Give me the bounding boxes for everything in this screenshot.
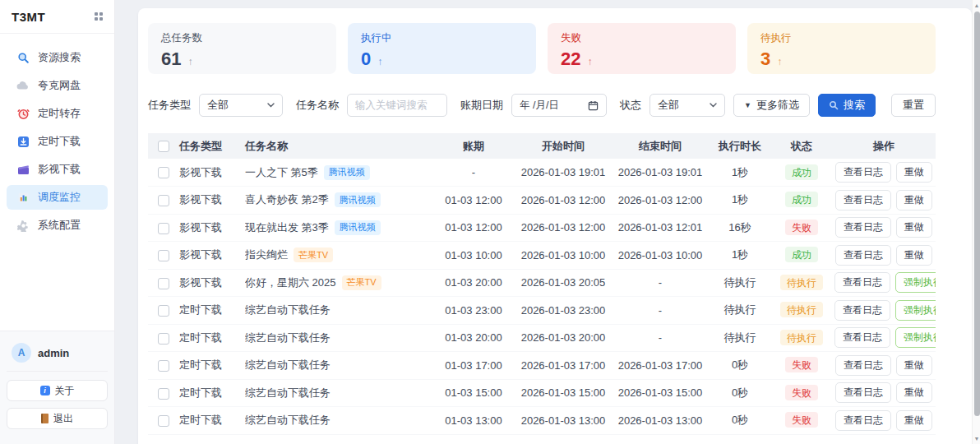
task-name-cell: 你好，星期六 2025芒果TV (245, 269, 432, 297)
reset-label: 重置 (903, 98, 924, 113)
search-button[interactable]: 搜索 (818, 94, 876, 117)
table-row: 定时下载综艺自动下载任务01-03 20:002026-01-03 20:00-… (148, 324, 936, 352)
table-row: 定时下载综艺自动下载任务01-03 17:002026-01-03 17:002… (148, 352, 936, 380)
view-log-button[interactable]: 查看日志 (834, 327, 890, 348)
task-name-input[interactable] (355, 99, 439, 111)
task-type-select[interactable]: 全部 (199, 94, 283, 117)
force-execute-button[interactable]: 强制执行 (895, 272, 936, 293)
scroll-up-icon[interactable]: ▲ (973, 2, 980, 8)
logout-button[interactable]: 退出 (7, 408, 108, 429)
row-checkbox[interactable] (158, 360, 169, 372)
redo-button[interactable]: 重做 (896, 382, 932, 403)
duration-cell: 16秒 (709, 214, 771, 242)
sidebar-item-4[interactable]: 影视下载 (7, 157, 108, 182)
sidebar-item-0[interactable]: 资源搜索 (7, 45, 108, 70)
stat-card-1: 执行中0↑ (348, 23, 536, 74)
sidebar-item-3[interactable]: 定时下载 (7, 129, 108, 154)
end-time-cell: 2026-01-03 15:00 (612, 379, 709, 407)
table-row: 定时下载综艺自动下载任务01-03 13:002026-01-03 13:002… (148, 407, 936, 435)
user-name: admin (38, 347, 69, 359)
view-log-button[interactable]: 查看日志 (835, 245, 891, 266)
force-execute-button[interactable]: 强制执行 (895, 327, 936, 348)
view-log-button[interactable]: 查看日志 (835, 355, 891, 376)
gear-icon (16, 219, 30, 232)
vertical-scrollbar[interactable]: ▲ ▼ (972, 0, 980, 444)
sidebar-item-label: 定时下载 (38, 134, 81, 149)
view-log-button[interactable]: 查看日志 (834, 300, 890, 321)
sidebar-item-2[interactable]: 定时转存 (7, 101, 108, 126)
start-time-cell: 2026-01-03 10:00 (515, 242, 612, 270)
force-execute-button[interactable]: 强制执行 (895, 300, 936, 321)
reset-button[interactable]: 重置 (891, 94, 936, 117)
source-tag: 腾讯视频 (335, 192, 381, 207)
collapse-menu-icon[interactable] (95, 12, 103, 21)
start-time-cell: 2026-01-03 17:00 (515, 352, 612, 380)
row-checkbox[interactable] (158, 415, 169, 427)
duration-cell: 1秒 (709, 242, 771, 270)
more-filters-button[interactable]: ▼ 更多筛选 (733, 94, 810, 117)
sidebar-item-5[interactable]: 调度监控 (7, 185, 108, 210)
column-header: 执行时长 (709, 133, 771, 159)
status-select[interactable]: 全部 (649, 94, 725, 117)
duration-cell: 0秒 (709, 352, 771, 380)
view-log-button[interactable]: 查看日志 (835, 162, 891, 183)
status-badge: 成功 (785, 247, 818, 262)
duration-cell: 0秒 (709, 379, 771, 407)
period-cell: - (432, 159, 515, 187)
redo-button[interactable]: 重做 (896, 355, 932, 376)
view-log-button[interactable]: 查看日志 (835, 217, 891, 238)
redo-button[interactable]: 重做 (896, 245, 932, 266)
view-log-button[interactable]: 查看日志 (834, 272, 890, 293)
row-checkbox[interactable] (158, 167, 169, 178)
actions-cell: 查看日志重做 (832, 352, 936, 380)
redo-button[interactable]: 重做 (896, 217, 932, 238)
start-time-cell: 2026-01-03 13:00 (515, 407, 612, 435)
chevron-down-icon (710, 103, 717, 108)
stat-label: 总任务数 (161, 31, 323, 45)
sidebar-bottom: A admin i 关于 退出 (0, 331, 114, 444)
actions-cell: 查看日志重做 (832, 242, 936, 270)
period-cell: 01-03 20:00 (432, 269, 515, 297)
actions-cell: 查看日志重做 (832, 159, 936, 187)
row-checkbox[interactable] (158, 388, 169, 400)
user-row: A admin (7, 340, 108, 372)
scrollbar-thumb[interactable] (974, 12, 980, 416)
source-tag: 芒果TV (294, 247, 333, 262)
row-checkbox[interactable] (158, 278, 169, 289)
task-name-text: 综艺自动下载任务 (245, 413, 331, 428)
task-table: 任务类型任务名称账期开始时间结束时间执行时长状态操作 影视下载一人之下 第5季腾… (148, 133, 936, 435)
select-all-checkbox[interactable] (158, 141, 169, 152)
redo-button[interactable]: 重做 (896, 190, 932, 210)
duration-cell: 1秒 (709, 159, 771, 187)
actions-cell: 查看日志重做 (832, 407, 936, 435)
task-name-cell: 一人之下 第5季腾讯视频 (245, 159, 432, 187)
stat-label: 执行中 (361, 31, 523, 45)
task-name-text: 喜人奇妙夜 第2季 (245, 192, 329, 207)
task-name-cell: 综艺自动下载任务 (245, 324, 432, 352)
scroll-down-icon[interactable]: ▼ (973, 436, 980, 442)
row-checkbox[interactable] (158, 333, 169, 345)
period-cell: 01-03 13:00 (432, 407, 515, 435)
about-button[interactable]: i 关于 (7, 380, 108, 401)
status-badge: 失败 (785, 412, 818, 428)
sidebar-item-1[interactable]: 夸克网盘 (7, 73, 108, 98)
end-time-cell: 2026-01-03 12:01 (612, 214, 709, 242)
redo-button[interactable]: 重做 (896, 410, 932, 431)
actions-cell: 查看日志强制执行 (832, 269, 936, 297)
row-checkbox[interactable] (158, 223, 169, 234)
table-row: 定时下载综艺自动下载任务01-03 15:002026-01-03 15:002… (148, 379, 936, 407)
row-checkbox[interactable] (158, 195, 169, 206)
view-log-button[interactable]: 查看日志 (835, 410, 891, 431)
view-log-button[interactable]: 查看日志 (835, 382, 891, 403)
status-badge: 待执行 (780, 330, 823, 345)
end-time-cell: 2026-01-03 12:00 (612, 187, 709, 215)
row-checkbox[interactable] (158, 250, 169, 261)
stat-card-0: 总任务数61↑ (148, 23, 336, 74)
row-checkbox[interactable] (158, 305, 169, 317)
view-log-button[interactable]: 查看日志 (835, 190, 891, 210)
stat-card-2: 失败22↑ (548, 23, 736, 74)
date-input[interactable]: 年 /月/日 (511, 94, 607, 117)
sidebar-item-6[interactable]: 系统配置 (7, 213, 108, 238)
avatar: A (12, 343, 31, 363)
redo-button[interactable]: 重做 (896, 162, 932, 183)
